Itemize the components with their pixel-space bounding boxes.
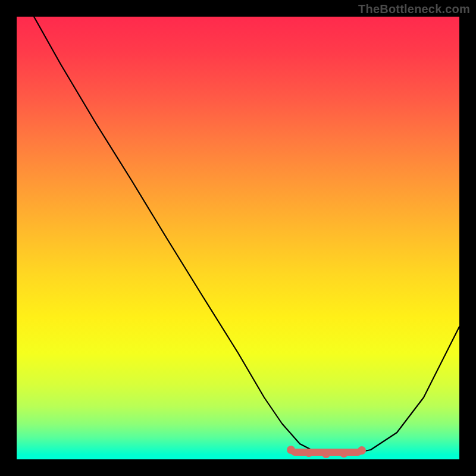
marker-band (291, 449, 362, 456)
plot-area (17, 17, 459, 459)
bottleneck-curve (34, 17, 459, 454)
chart-frame: TheBottleneck.com (0, 0, 476, 476)
optimal-range-markers (287, 446, 366, 458)
curve-svg (17, 17, 459, 459)
watermark-text: TheBottleneck.com (358, 2, 470, 16)
